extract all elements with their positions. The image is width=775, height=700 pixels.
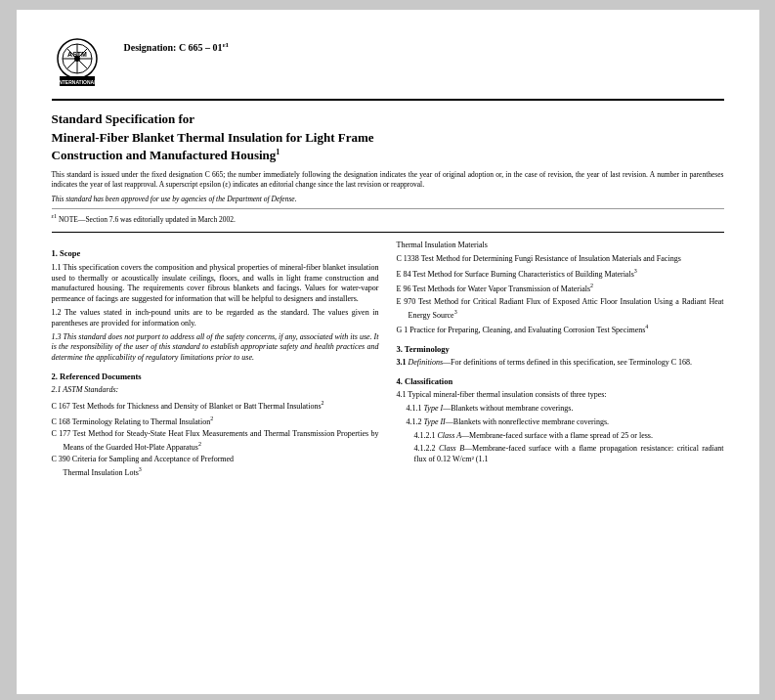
ref-c167: C 167 Test Methods for Thickness and Den…: [52, 399, 379, 412]
para-1-1: 1.1 This specification covers the compos…: [52, 263, 379, 305]
para-1-2: 1.2 The values stated in inch-pound unit…: [52, 308, 379, 329]
document-page: INTERNATIONAL ASTM Designation: C 665 – …: [17, 10, 759, 694]
ref-c167-text: C 167 Test Methods for Thickness and Den…: [52, 402, 322, 411]
ref-e84: E 84 Test Method for Surface Burning Cha…: [397, 267, 724, 280]
main-title: Standard Specification for Mineral-Fiber…: [52, 110, 724, 164]
class-a-label: Class A: [438, 431, 462, 440]
thermal-header: Thermal Insulation Materials: [397, 241, 724, 251]
class-b-label: Class B: [439, 444, 464, 453]
ref-c390-cont: Thermal Insulation Lots: [64, 468, 139, 477]
ref-e96-sup: 2: [590, 283, 593, 288]
title-line1: Standard Specification for: [52, 111, 195, 126]
para-2-1-text: 2.1 ASTM Standards:: [52, 385, 119, 394]
ref-e970-text: E 970 Test Method for Critical Radiant F…: [397, 297, 724, 319]
right-column: Thermal Insulation Materials C 1338 Test…: [397, 241, 724, 480]
logo-area: INTERNATIONAL ASTM: [52, 37, 110, 91]
ref-g1: G 1 Practice for Preparing, Cleaning, an…: [397, 323, 724, 335]
para-3-1: 3.1 Definitions—For definitions of terms…: [397, 358, 724, 369]
para-4-1-1: 4.1.1 Type I—Blankets without membrane c…: [397, 404, 724, 415]
designation-label: Designation: C 665 – 01: [124, 42, 223, 53]
scope-title: 1. Scope: [52, 248, 379, 259]
type-i-text: —Blankets without membrane coverings.: [443, 404, 573, 413]
svg-text:ASTM: ASTM: [67, 51, 87, 58]
ref-c168: C 168 Terminology Relating to Thermal In…: [52, 415, 379, 427]
ref-c167-sup: 2: [322, 400, 324, 406]
ref-docs-title: 2. Referenced Documents: [52, 372, 379, 382]
left-column: 1. Scope 1.1 This specification covers t…: [52, 241, 379, 480]
designation-area: Designation: C 665 – 01ε1: [110, 37, 724, 55]
para-3-1-def: Definitions: [409, 358, 444, 367]
ref-c177: C 177 Test Method for Steady-State Heat …: [52, 429, 379, 453]
ref-e84-sup: 3: [634, 268, 637, 274]
para-1-3: 1.3 This standard does not purport to ad…: [52, 332, 379, 364]
ref-c390-text: C 390 Criteria for Sampling and Acceptan…: [52, 455, 235, 463]
footnote-text: NOTE—Section 7.6 was editorially updated…: [59, 214, 236, 223]
terminology-title: 3. Terminology: [397, 344, 724, 355]
type-ii-text: —Blankets with nonreflective membrane co…: [446, 417, 609, 426]
ref-c1338: C 1338 Test Method for Determining Fungi…: [397, 254, 724, 265]
ref-e84-text: E 84 Test Method for Surface Burning Cha…: [397, 270, 634, 279]
two-column-content: 1. Scope 1.1 This specification covers t…: [52, 241, 724, 480]
class-a-text: —Membrane-faced surface with a flame spr…: [461, 431, 653, 440]
astm-logo: INTERNATIONAL ASTM: [52, 37, 103, 88]
ref-c177-sup: 2: [198, 441, 201, 447]
type-ii-num: 4.1.2: [407, 417, 424, 426]
ref-e970-sup: 3: [454, 309, 457, 315]
ref-c168-text: C 168 Terminology Relating to Thermal In…: [52, 416, 211, 425]
class-b-num: 4.1.2.2: [414, 444, 439, 453]
svg-text:INTERNATIONAL: INTERNATIONAL: [57, 79, 96, 85]
ref-g1-text: G 1 Practice for Preparing, Cleaning, an…: [397, 326, 646, 334]
ref-c390: C 390 Criteria for Sampling and Acceptan…: [52, 455, 379, 478]
notice2: This standard has been approved for use …: [52, 195, 724, 204]
type-i-label: Type I: [424, 404, 444, 413]
footnote-line: ε1 NOTE—Section 7.6 was editorially upda…: [52, 208, 724, 225]
para-4-1-2-1: 4.1.2.1 Class A—Membrane-faced surface w…: [397, 431, 724, 442]
ref-e96-text: E 96 Test Methods for Water Vapor Transm…: [397, 284, 591, 293]
para-4-1: 4.1 Typical mineral-fiber thermal insula…: [397, 390, 724, 401]
para-2-1: 2.1 ASTM Standards:: [52, 385, 379, 396]
title-line3: Construction and Manufactured Housing: [52, 148, 277, 162]
ref-c1338-text: C 1338 Test Method for Determining Fungi…: [397, 254, 681, 263]
para-4-1-2: 4.1.2 Type II—Blankets with nonreflectiv…: [397, 417, 724, 428]
page-header: INTERNATIONAL ASTM Designation: C 665 – …: [52, 37, 724, 101]
para-3-1-text: —For definitions of terms defined in thi…: [443, 358, 692, 367]
type-ii-label: Type II: [424, 417, 446, 426]
ref-g1-sup: 4: [645, 324, 648, 329]
title-section: Standard Specification for Mineral-Fiber…: [52, 110, 724, 233]
ref-c177-text: C 177 Test Method for Steady-State Heat …: [52, 429, 379, 451]
notice1: This standard is issued under the fixed …: [52, 170, 724, 190]
ref-e96: E 96 Test Methods for Water Vapor Transm…: [397, 282, 724, 294]
title-sup: 1: [276, 148, 280, 156]
classification-title: 4. Classification: [397, 376, 724, 387]
footnote-sup: ε1: [52, 213, 58, 219]
ref-c168-sup: 2: [210, 416, 213, 421]
class-a-num: 4.1.2.1: [414, 431, 438, 440]
ref-e970: E 970 Test Method for Critical Radiant F…: [397, 297, 724, 321]
type-i-num: 4.1.1: [407, 404, 424, 413]
designation-sup: ε1: [223, 41, 230, 49]
para-4-1-2-2: 4.1.2.2 Class B—Membrane-faced surface w…: [397, 444, 724, 465]
title-line2: Mineral-Fiber Blanket Thermal Insulation…: [52, 130, 374, 145]
ref-c390-sup: 3: [139, 466, 142, 472]
para-3-1-num: 3.1: [397, 358, 409, 367]
designation-text: Designation: C 665 – 01ε1: [124, 42, 230, 53]
